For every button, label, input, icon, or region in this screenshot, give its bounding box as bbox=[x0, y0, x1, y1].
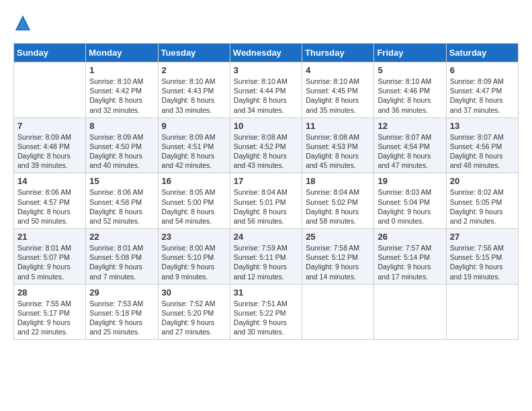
day-info: Sunrise: 8:09 AM Sunset: 4:47 PM Dayligh… bbox=[450, 77, 515, 115]
calendar-cell: 20Sunrise: 8:02 AM Sunset: 5:05 PM Dayli… bbox=[446, 173, 518, 229]
day-info: Sunrise: 8:02 AM Sunset: 5:05 PM Dayligh… bbox=[450, 187, 515, 226]
day-number: 20 bbox=[450, 176, 515, 186]
day-info: Sunrise: 7:52 AM Sunset: 5:20 PM Dayligh… bbox=[162, 299, 226, 337]
calendar-cell: 26Sunrise: 7:57 AM Sunset: 5:14 PM Dayli… bbox=[374, 229, 446, 285]
calendar-cell: 23Sunrise: 8:00 AM Sunset: 5:10 PM Dayli… bbox=[158, 229, 230, 285]
day-number: 1 bbox=[89, 65, 154, 75]
day-number: 13 bbox=[450, 121, 515, 131]
week-row-3: 14Sunrise: 8:06 AM Sunset: 4:57 PM Dayli… bbox=[14, 173, 519, 229]
calendar-cell: 7Sunrise: 8:09 AM Sunset: 4:48 PM Daylig… bbox=[14, 118, 86, 173]
day-info: Sunrise: 7:51 AM Sunset: 5:22 PM Dayligh… bbox=[234, 299, 298, 337]
day-info: Sunrise: 8:08 AM Sunset: 4:53 PM Dayligh… bbox=[306, 132, 370, 171]
calendar-cell: 28Sunrise: 7:55 AM Sunset: 5:17 PM Dayli… bbox=[14, 284, 86, 340]
day-number: 17 bbox=[234, 176, 298, 186]
day-info: Sunrise: 7:53 AM Sunset: 5:18 PM Dayligh… bbox=[89, 299, 154, 337]
calendar-cell: 18Sunrise: 8:04 AM Sunset: 5:02 PM Dayli… bbox=[302, 173, 374, 229]
day-info: Sunrise: 8:01 AM Sunset: 5:07 PM Dayligh… bbox=[17, 243, 82, 281]
day-info: Sunrise: 8:10 AM Sunset: 4:42 PM Dayligh… bbox=[89, 77, 154, 115]
calendar-cell: 24Sunrise: 7:59 AM Sunset: 5:11 PM Dayli… bbox=[230, 229, 302, 285]
day-number: 26 bbox=[378, 232, 442, 242]
day-info: Sunrise: 8:10 AM Sunset: 4:43 PM Dayligh… bbox=[162, 77, 226, 115]
day-info: Sunrise: 8:04 AM Sunset: 5:01 PM Dayligh… bbox=[234, 187, 298, 226]
day-number: 31 bbox=[234, 287, 298, 298]
day-number: 16 bbox=[162, 176, 226, 186]
day-info: Sunrise: 8:08 AM Sunset: 4:52 PM Dayligh… bbox=[234, 132, 298, 171]
day-number: 2 bbox=[162, 65, 226, 75]
calendar-cell bbox=[302, 284, 374, 340]
calendar-cell: 8Sunrise: 8:09 AM Sunset: 4:50 PM Daylig… bbox=[86, 118, 158, 173]
day-info: Sunrise: 7:58 AM Sunset: 5:12 PM Dayligh… bbox=[306, 243, 370, 281]
calendar-cell: 21Sunrise: 8:01 AM Sunset: 5:07 PM Dayli… bbox=[14, 229, 86, 285]
calendar-cell: 27Sunrise: 7:56 AM Sunset: 5:15 PM Dayli… bbox=[446, 229, 518, 285]
day-info: Sunrise: 8:09 AM Sunset: 4:48 PM Dayligh… bbox=[17, 132, 82, 171]
day-number: 4 bbox=[306, 65, 370, 75]
weekday-header-row: SundayMondayTuesdayWednesdayThursdayFrid… bbox=[14, 44, 519, 62]
day-number: 11 bbox=[306, 121, 370, 131]
weekday-header-tuesday: Tuesday bbox=[158, 44, 230, 62]
day-info: Sunrise: 8:09 AM Sunset: 4:50 PM Dayligh… bbox=[89, 132, 154, 171]
calendar-cell: 13Sunrise: 8:07 AM Sunset: 4:56 PM Dayli… bbox=[446, 118, 518, 173]
weekday-header-wednesday: Wednesday bbox=[230, 44, 302, 62]
day-info: Sunrise: 8:10 AM Sunset: 4:45 PM Dayligh… bbox=[306, 77, 370, 115]
weekday-header-thursday: Thursday bbox=[302, 44, 374, 62]
day-number: 8 bbox=[89, 121, 154, 131]
calendar-cell: 29Sunrise: 7:53 AM Sunset: 5:18 PM Dayli… bbox=[86, 284, 158, 340]
day-info: Sunrise: 8:00 AM Sunset: 5:10 PM Dayligh… bbox=[162, 243, 226, 281]
day-number: 12 bbox=[378, 121, 442, 131]
calendar-cell: 12Sunrise: 8:07 AM Sunset: 4:54 PM Dayli… bbox=[374, 118, 446, 173]
weekday-header-saturday: Saturday bbox=[446, 44, 518, 62]
week-row-4: 21Sunrise: 8:01 AM Sunset: 5:07 PM Dayli… bbox=[14, 229, 519, 285]
day-info: Sunrise: 8:04 AM Sunset: 5:02 PM Dayligh… bbox=[306, 187, 370, 226]
day-info: Sunrise: 8:06 AM Sunset: 4:58 PM Dayligh… bbox=[89, 187, 154, 226]
weekday-header-monday: Monday bbox=[86, 44, 158, 62]
day-info: Sunrise: 8:07 AM Sunset: 4:56 PM Dayligh… bbox=[450, 132, 515, 171]
calendar-cell: 11Sunrise: 8:08 AM Sunset: 4:53 PM Dayli… bbox=[302, 118, 374, 173]
calendar-table: SundayMondayTuesdayWednesdayThursdayFrid… bbox=[13, 43, 519, 340]
day-number: 14 bbox=[17, 176, 82, 186]
logo bbox=[13, 13, 35, 32]
calendar-cell: 9Sunrise: 8:09 AM Sunset: 4:51 PM Daylig… bbox=[158, 118, 230, 173]
day-info: Sunrise: 8:09 AM Sunset: 4:51 PM Dayligh… bbox=[162, 132, 226, 171]
day-number: 24 bbox=[234, 232, 298, 242]
page-wrapper: SundayMondayTuesdayWednesdayThursdayFrid… bbox=[13, 13, 519, 340]
calendar-cell: 17Sunrise: 8:04 AM Sunset: 5:01 PM Dayli… bbox=[230, 173, 302, 229]
week-row-1: 1Sunrise: 8:10 AM Sunset: 4:42 PM Daylig… bbox=[14, 62, 519, 118]
day-info: Sunrise: 8:03 AM Sunset: 5:04 PM Dayligh… bbox=[378, 187, 442, 226]
day-info: Sunrise: 8:07 AM Sunset: 4:54 PM Dayligh… bbox=[378, 132, 442, 171]
day-number: 6 bbox=[450, 65, 515, 75]
day-number: 15 bbox=[89, 176, 154, 186]
day-info: Sunrise: 8:10 AM Sunset: 4:44 PM Dayligh… bbox=[234, 77, 298, 115]
day-number: 23 bbox=[162, 232, 226, 242]
day-number: 7 bbox=[17, 121, 82, 131]
header bbox=[13, 13, 519, 32]
day-info: Sunrise: 7:57 AM Sunset: 5:14 PM Dayligh… bbox=[378, 243, 442, 281]
day-number: 9 bbox=[162, 121, 226, 131]
calendar-cell: 19Sunrise: 8:03 AM Sunset: 5:04 PM Dayli… bbox=[374, 173, 446, 229]
day-info: Sunrise: 7:56 AM Sunset: 5:15 PM Dayligh… bbox=[450, 243, 515, 281]
day-number: 10 bbox=[234, 121, 298, 131]
day-number: 25 bbox=[306, 232, 370, 242]
week-row-2: 7Sunrise: 8:09 AM Sunset: 4:48 PM Daylig… bbox=[14, 118, 519, 173]
calendar-cell: 4Sunrise: 8:10 AM Sunset: 4:45 PM Daylig… bbox=[302, 62, 374, 118]
logo-icon bbox=[13, 13, 32, 32]
day-number: 18 bbox=[306, 176, 370, 186]
calendar-cell: 1Sunrise: 8:10 AM Sunset: 4:42 PM Daylig… bbox=[86, 62, 158, 118]
day-number: 21 bbox=[17, 232, 82, 242]
weekday-header-friday: Friday bbox=[374, 44, 446, 62]
calendar-cell bbox=[14, 62, 86, 118]
calendar-cell: 15Sunrise: 8:06 AM Sunset: 4:58 PM Dayli… bbox=[86, 173, 158, 229]
day-info: Sunrise: 7:59 AM Sunset: 5:11 PM Dayligh… bbox=[234, 243, 298, 281]
day-number: 22 bbox=[89, 232, 154, 242]
day-number: 19 bbox=[378, 176, 442, 186]
calendar-cell bbox=[446, 284, 518, 340]
calendar-cell bbox=[374, 284, 446, 340]
calendar-cell: 22Sunrise: 8:01 AM Sunset: 5:08 PM Dayli… bbox=[86, 229, 158, 285]
calendar-cell: 31Sunrise: 7:51 AM Sunset: 5:22 PM Dayli… bbox=[230, 284, 302, 340]
calendar-cell: 2Sunrise: 8:10 AM Sunset: 4:43 PM Daylig… bbox=[158, 62, 230, 118]
calendar-cell: 5Sunrise: 8:10 AM Sunset: 4:46 PM Daylig… bbox=[374, 62, 446, 118]
calendar-cell: 3Sunrise: 8:10 AM Sunset: 4:44 PM Daylig… bbox=[230, 62, 302, 118]
day-number: 30 bbox=[162, 287, 226, 298]
day-info: Sunrise: 7:55 AM Sunset: 5:17 PM Dayligh… bbox=[17, 299, 82, 337]
calendar-cell: 25Sunrise: 7:58 AM Sunset: 5:12 PM Dayli… bbox=[302, 229, 374, 285]
day-number: 5 bbox=[378, 65, 442, 75]
